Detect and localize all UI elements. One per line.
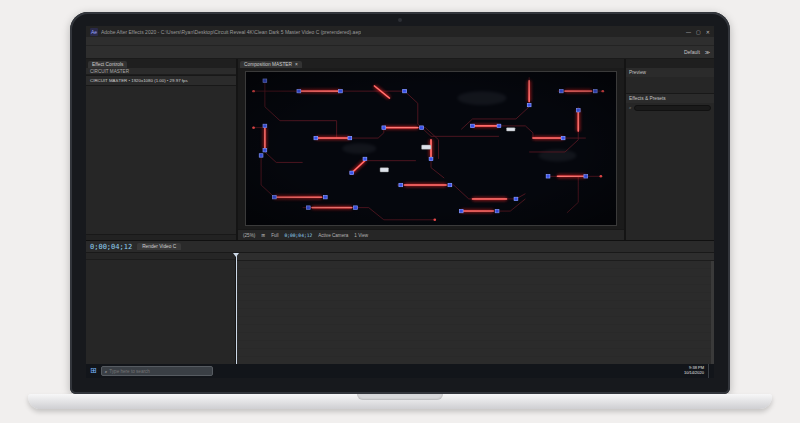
laptop-screen: Ae Adobe After Effects 2020 - C:\Users\R… — [86, 26, 714, 378]
window-titlebar: Ae Adobe After Effects 2020 - C:\Users\R… — [86, 26, 714, 37]
track-lanes[interactable] — [236, 261, 714, 364]
circuit-svg — [246, 72, 616, 225]
layer-list — [86, 253, 236, 364]
page-background: Ae Adobe After Effects 2020 - C:\Users\R… — [0, 0, 800, 423]
camera-select[interactable]: Active Camera — [318, 233, 348, 238]
tab-composition[interactable]: Composition MASTER × — [240, 61, 302, 68]
workspace-label[interactable]: Default — [684, 49, 700, 55]
composition-panel: Composition MASTER × — [238, 59, 624, 240]
tab-effect-controls[interactable]: Effect Controls — [88, 61, 127, 68]
start-button[interactable]: ⊞ — [90, 367, 97, 375]
close-button[interactable]: ✕ — [706, 29, 710, 35]
timeline-timecode[interactable]: 0;00;04;12 — [90, 243, 132, 251]
timeline-header: 0;00;04;12 Render Video C — [86, 241, 714, 253]
show-desktop-button[interactable] — [708, 364, 710, 378]
composition-tab-label: Composition MASTER — [244, 62, 292, 67]
time-ruler[interactable] — [236, 253, 714, 261]
right-panel-stack: Preview Effects & Presets ⌕ — [626, 59, 714, 240]
tool-bar: Default ≫ — [86, 46, 714, 59]
comp-timecode[interactable]: 0;00;04;12 — [285, 233, 313, 238]
timeline-scrollbar[interactable] — [711, 261, 714, 364]
layer-columns-header — [86, 253, 235, 260]
effects-category-list — [626, 112, 714, 240]
menu-bar — [86, 37, 714, 46]
taskbar-search-input[interactable] — [109, 369, 208, 374]
preview-panel: Preview — [626, 68, 714, 94]
zoom-level[interactable]: (25%) — [243, 233, 255, 238]
resolution-select[interactable]: Full — [271, 233, 278, 238]
search-icon: ⌕ — [629, 105, 632, 110]
info-audio-tab-row — [626, 59, 714, 68]
workspace-more-icon[interactable]: ≫ — [705, 49, 710, 55]
window-title: Adobe After Effects 2020 - C:\Users\Ryan… — [101, 29, 361, 35]
taskbar-search[interactable]: ⌕ — [101, 366, 213, 376]
composition-tab-close-icon[interactable]: × — [295, 62, 298, 67]
timeline-comp-tab[interactable]: Render Video C — [137, 243, 181, 250]
minimize-button[interactable]: — — [686, 29, 691, 35]
playhead[interactable] — [236, 253, 237, 364]
project-items-list — [86, 86, 236, 234]
view-layout-select[interactable]: 1 View — [354, 233, 368, 238]
preview-panel-title: Preview — [626, 68, 714, 77]
laptop: Ae Adobe After Effects 2020 - C:\Users\R… — [70, 12, 730, 394]
effect-controls-target: CIRCUIT MASTER — [86, 68, 236, 75]
timeline-body — [86, 253, 714, 364]
track-area[interactable] — [236, 253, 714, 364]
composition-viewer[interactable] — [238, 68, 624, 229]
taskbar-search-icon: ⌕ — [105, 369, 108, 374]
laptop-base-notch — [357, 394, 443, 400]
composition-tab-row: Composition MASTER × — [238, 59, 624, 68]
taskbar-clock[interactable]: 9:38 PM 10/14/2020 — [684, 366, 704, 376]
effects-search-input[interactable] — [634, 105, 711, 111]
effects-search-row: ⌕ — [626, 103, 714, 112]
grid-icon[interactable]: ⊞ — [261, 233, 265, 238]
transport-controls — [626, 77, 714, 83]
webcam-dot — [398, 18, 402, 22]
effect-controls-tab-row: Effect Controls — [86, 59, 236, 68]
maximize-button[interactable]: ▢ — [696, 29, 701, 35]
system-tray: 9:38 PM 10/14/2020 — [680, 364, 710, 378]
layer-rows — [86, 260, 235, 364]
project-info-line: CIRCUIT MASTER • 1920x1080 (1.00) • 29.9… — [86, 75, 236, 86]
ae-app-icon: Ae — [90, 28, 98, 36]
effect-controls-panel: Effect Controls CIRCUIT MASTER CIRCUIT M… — [86, 59, 236, 240]
timeline-panel: 0;00;04;12 Render Video C — [86, 240, 714, 364]
laptop-base — [28, 394, 772, 409]
circuit-artwork — [246, 72, 616, 225]
effects-presets-title: Effects & Presets — [626, 94, 714, 103]
main-area: Effect Controls CIRCUIT MASTER CIRCUIT M… — [86, 59, 714, 240]
clock-date: 10/14/2020 — [684, 371, 704, 376]
windows-taskbar: ⊞ ⌕ 9:38 PM 10/14/2020 — [86, 364, 714, 378]
composition-footer-strip: (25%) ⊞ Full 0;00;04;12 Active Camera 1 … — [238, 229, 624, 240]
